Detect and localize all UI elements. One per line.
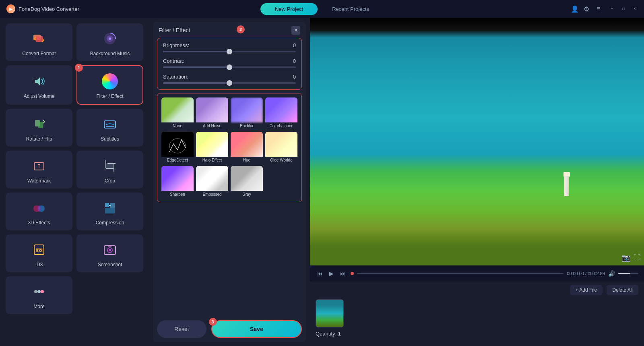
file-thumbnail[interactable] <box>316 299 344 327</box>
sidebar-item-more[interactable]: More <box>6 276 72 314</box>
tab-bar: New Project Recent Projects <box>260 3 384 15</box>
filter-none-label: None <box>161 122 194 129</box>
filter-gray[interactable]: Gray <box>231 166 263 198</box>
filter-add-noise[interactable]: Add Noise <box>196 97 228 129</box>
filter-halo-effect[interactable]: Halo Effect <box>196 132 228 164</box>
filter-effect-icon <box>101 73 119 90</box>
watermark-icon: T <box>30 157 48 175</box>
save-badge: 3 <box>209 318 217 326</box>
contrast-thumb[interactable] <box>227 64 232 70</box>
filter-olde-worlde[interactable]: Olde Worlde <box>265 132 297 164</box>
sidebar-item-subtitles[interactable]: Subtitles <box>76 109 143 147</box>
sidebar-item-convert-format[interactable]: Convert Format <box>6 23 72 61</box>
id3-icon: ID3 <box>30 241 48 259</box>
saturation-thumb[interactable] <box>227 80 232 86</box>
filter-sharpen[interactable]: Sharpen <box>161 166 194 198</box>
more-icon <box>30 283 48 300</box>
svg-point-31 <box>41 290 44 293</box>
convert-format-icon <box>30 30 48 48</box>
sidebar-item-adjust-volume[interactable]: Adjust Volume <box>6 65 72 105</box>
rotate-flip-label: Rotate / Flip <box>26 136 52 142</box>
svg-rect-7 <box>104 121 116 128</box>
svg-rect-6 <box>38 122 43 128</box>
sidebar-item-3d-effects[interactable]: 3D Effects <box>6 193 72 230</box>
svg-point-4 <box>109 37 111 40</box>
filter-hue-label: Hue <box>231 157 263 164</box>
screenshot-overlay-icon[interactable]: 📷 <box>621 253 630 262</box>
sidebar-item-compression[interactable]: Compression <box>76 193 143 230</box>
tab-new-project[interactable]: New Project <box>260 3 318 15</box>
tab-recent-projects[interactable]: Recent Projects <box>318 3 384 15</box>
brightness-label: Brightness: <box>163 42 189 48</box>
file-list <box>316 299 638 327</box>
save-button[interactable]: 3 Save <box>211 320 302 338</box>
screenshot-icon-tool <box>101 241 119 259</box>
sidebar-item-filter-effect[interactable]: 1 Filter / Effect <box>76 65 143 105</box>
filter-embossed-label: Embossed <box>196 191 228 198</box>
svg-point-29 <box>34 290 37 293</box>
volume-icon[interactable]: 🔊 <box>608 270 615 277</box>
fullscreen-icon[interactable]: ⛶ <box>634 253 641 262</box>
logo-icon: ▶ <box>6 4 15 13</box>
user-icon[interactable]: 👤 <box>571 5 578 12</box>
reset-button[interactable]: Reset <box>157 320 206 338</box>
maximize-button[interactable]: □ <box>621 6 626 12</box>
filter-actions: Reset 3 Save <box>153 320 306 342</box>
add-file-button[interactable]: + Add File <box>570 285 603 295</box>
file-actions: + Add File Delete All <box>316 285 638 295</box>
filter-edge-detect-label: EdgeDetect <box>161 157 194 164</box>
svg-point-18 <box>37 205 41 212</box>
sidebar-item-screenshot[interactable]: Screenshot <box>76 234 143 272</box>
settings-icon[interactable]: ⚙ <box>584 5 591 12</box>
filter-boxblur-label: Boxblur <box>231 122 263 129</box>
saturation-label: Saturation: <box>163 74 188 80</box>
rotate-flip-icon <box>30 115 48 133</box>
filter-title: Filter / Effect <box>159 27 190 33</box>
volume-bar[interactable] <box>618 273 638 274</box>
crop-label: Crop <box>105 178 115 184</box>
filter-header: Filter / Effect 2 ✕ <box>153 22 306 38</box>
svg-rect-1 <box>36 36 43 42</box>
play-next-button[interactable]: ⏭ <box>339 269 347 278</box>
filter-colorbalance[interactable]: Colorbalance <box>265 97 297 129</box>
filter-panel: Filter / Effect 2 ✕ Brightness: 0 <box>149 18 310 346</box>
svg-rect-19 <box>105 203 109 207</box>
play-prev-button[interactable]: ⏮ <box>316 269 324 278</box>
sidebar-item-background-music[interactable]: Background Music <box>76 23 143 61</box>
adjust-volume-label: Adjust Volume <box>24 93 55 99</box>
crop-icon <box>101 157 119 175</box>
titlebar: ▶ FoneDog Video Converter New Project Re… <box>0 0 644 18</box>
delete-all-button[interactable]: Delete All <box>607 285 638 295</box>
sidebar-item-id3[interactable]: ID3 ID3 <box>6 234 72 272</box>
id3-label: ID3 <box>35 262 43 267</box>
menu-icon[interactable]: ≡ <box>597 5 604 12</box>
contrast-row: Contrast: 0 <box>163 58 296 68</box>
convert-format-label: Convert Format <box>22 51 56 56</box>
contrast-value: 0 <box>293 58 296 64</box>
sidebar-item-crop[interactable]: Crop <box>76 151 143 189</box>
svg-rect-28 <box>108 245 112 247</box>
contrast-track[interactable] <box>163 66 296 68</box>
filter-hue[interactable]: Hue <box>231 132 263 164</box>
filter-boxblur[interactable]: Boxblur <box>231 97 263 129</box>
window-controls: 👤 ⚙ ≡ − □ × <box>571 5 638 12</box>
file-area: + Add File Delete All Quantity: 1 <box>310 282 644 346</box>
brightness-thumb[interactable] <box>227 49 232 54</box>
filter-embossed[interactable]: Embossed <box>196 166 228 198</box>
screenshot-label: Screenshot <box>98 262 122 267</box>
minimize-button[interactable]: − <box>609 6 615 12</box>
progress-bar[interactable] <box>357 273 564 274</box>
play-button[interactable]: ▶ <box>328 269 335 278</box>
filter-edge-detect[interactable]: EdgeDetect <box>161 132 194 164</box>
filter-effect-label: Filter / Effect <box>96 93 123 99</box>
preview-area: 📷 ⛶ ⏮ ▶ ⏭ 00:00:00 / 00:02:59 🔊 + Add Fi… <box>310 18 644 346</box>
brightness-track[interactable] <box>163 51 296 52</box>
filter-olde-worlde-label: Olde Worlde <box>265 157 297 164</box>
filter-none[interactable]: None <box>161 97 194 129</box>
filter-close-button[interactable]: ✕ <box>291 26 300 35</box>
saturation-track[interactable] <box>163 82 296 84</box>
subtitles-label: Subtitles <box>101 136 119 142</box>
close-button[interactable]: × <box>632 6 638 12</box>
sidebar-item-watermark[interactable]: T Watermark <box>6 151 72 189</box>
sidebar-item-rotate-flip[interactable]: Rotate / Flip <box>6 109 72 147</box>
